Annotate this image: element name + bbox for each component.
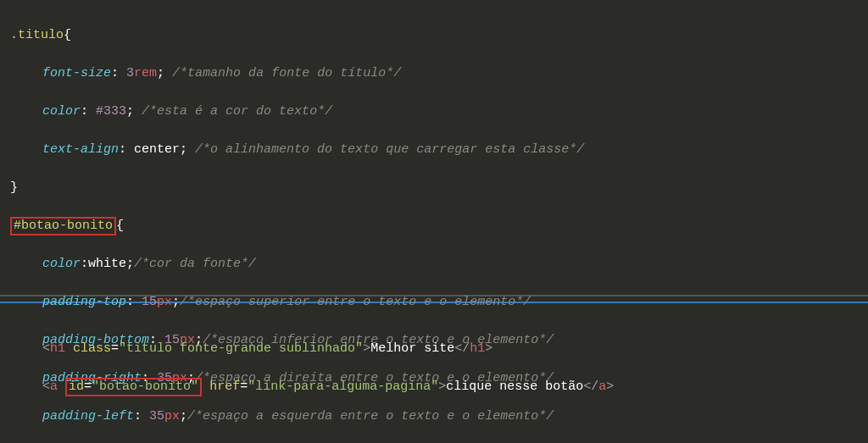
code-line: <h1 class="titulo fonte-grande sublinhad… (10, 340, 858, 359)
css-value-hex: #333 (96, 104, 126, 119)
attr-eq: = (111, 341, 119, 356)
highlight-selector-id: #botao-bonito (10, 217, 116, 235)
attr-value: "titulo fonte-grande sublinhado" (119, 341, 363, 356)
attr-value: "link-para-alguma-pagina" (248, 379, 438, 394)
html-text: clique nesse botão (446, 379, 583, 394)
css-value-keyword: center (134, 142, 180, 157)
css-value-number: 3 (126, 66, 134, 80)
css-editor-pane[interactable]: .titulo{ font-size: 3rem; /*tamanho da f… (0, 0, 868, 296)
css-property: color (42, 104, 81, 119)
html-text: Melhor site (370, 341, 454, 356)
semicolon: ; (157, 66, 164, 80)
open-brace: { (116, 219, 124, 233)
tag-bracket: < (42, 341, 50, 356)
css-comment: /*tamanho da fonte do título*/ (172, 66, 401, 80)
css-property: padding-top (42, 295, 126, 309)
css-property: font-size (42, 66, 111, 80)
code-line: #botao-bonito{ (10, 217, 858, 236)
css-comment: /*espaço a esquerda entre o texto e o el… (187, 409, 554, 424)
code-line: .titulo{ (10, 26, 858, 46)
html-editor-pane[interactable]: <h1 class="titulo fonte-grande sublinhad… (0, 303, 868, 423)
tag-name: a (50, 379, 58, 394)
attr-name: class (73, 341, 111, 356)
code-line: text-align: center; /*o alinhamento do t… (10, 141, 858, 160)
code-line: color: #333; /*esta é a cor do texto*/ (10, 102, 858, 122)
tag-bracket: < (42, 379, 50, 394)
css-value-number: 15 (142, 295, 157, 309)
selector-class: .titulo (10, 28, 64, 42)
css-property: color (42, 257, 81, 271)
close-brace: } (10, 180, 18, 195)
open-brace: { (64, 28, 71, 42)
css-value-unit: rem (134, 66, 157, 80)
css-comment: /*espaço superior entre o texto e o elem… (180, 295, 531, 309)
css-value-unit: px (157, 295, 172, 309)
tag-name: h1 (50, 341, 65, 356)
code-line: <a id="botao-bonito" href="link-para-alg… (10, 378, 858, 397)
css-comment: /*o alinhamento do texto que carregar es… (195, 142, 584, 157)
attr-value: "botao-bonito" (92, 379, 198, 394)
code-line: color:white;/*cor da fonte*/ (10, 255, 858, 274)
code-line: } (10, 179, 858, 198)
css-value-number: 35 (149, 409, 164, 424)
css-property: text-align (42, 142, 119, 157)
css-value-unit: px (164, 409, 180, 424)
attr-name: id (69, 379, 84, 394)
attr-name: href (209, 379, 240, 394)
highlight-id-attr: id="botao-bonito" (65, 378, 202, 396)
selector-id: #botao-bonito (14, 219, 113, 233)
colon: : (111, 66, 119, 80)
css-property: padding-left (42, 409, 134, 424)
css-value-keyword: white (88, 257, 126, 271)
code-line: font-size: 3rem; /*tamanho da fonte do t… (10, 64, 858, 84)
css-comment: /*cor da fonte*/ (134, 257, 256, 271)
css-comment: /*esta é a cor do texto*/ (142, 104, 332, 119)
